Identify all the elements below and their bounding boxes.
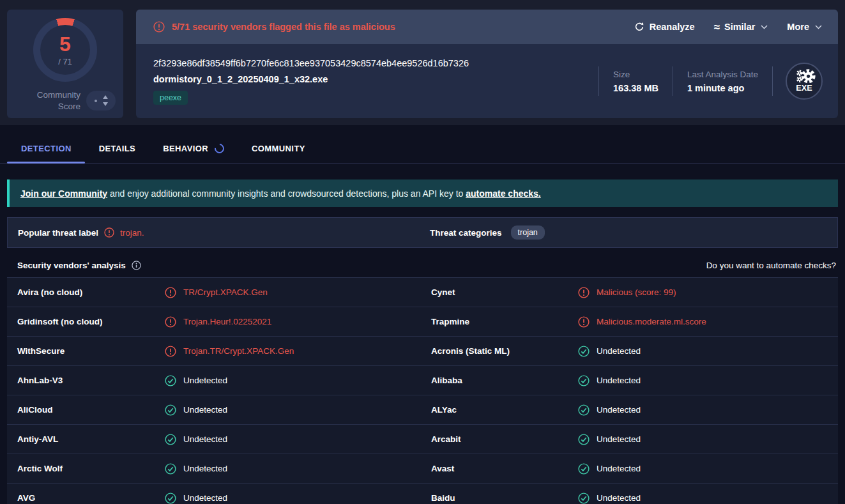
detection-result: Malicious.moderate.ml.score [578, 316, 838, 328]
more-button[interactable]: More [787, 22, 822, 32]
table-row: AVG Undetected Baidu Undetected [7, 484, 838, 504]
table-row: AliCloud Undetected ALYac Undetected [7, 395, 838, 425]
detection-result: Undetected [578, 346, 838, 357]
threat-label-row: Popular threat label trojan. Threat cate… [7, 217, 838, 248]
tab-detection[interactable]: DETECTION [21, 134, 72, 163]
result-text: Malicious (score: 99) [597, 287, 676, 297]
vendor-name: WithSecure [17, 346, 165, 356]
exe-filetype-icon: EXE [786, 63, 823, 100]
score-value: 5 [59, 34, 71, 54]
vote-stepper[interactable] [86, 91, 116, 111]
tag-peexe[interactable]: peexe [153, 91, 188, 105]
check-circle-icon [578, 375, 590, 386]
file-name: dormistory_0_1_2_20250409_1_x32.exe [153, 74, 469, 84]
threat-categories-label: Threat categories [430, 228, 502, 238]
result-text: Trojan.TR/Crypt.XPACK.Gen [183, 346, 294, 356]
alert-circle-icon [165, 346, 176, 357]
check-circle-icon [578, 434, 590, 445]
detection-result: Undetected [165, 463, 431, 475]
automate-checks-question-link[interactable]: Do you want to automate checks? [706, 261, 836, 270]
tab-behavior-label: BEHAVIOR [163, 144, 208, 153]
vendor-name: AliCloud [17, 405, 165, 415]
vendor-name: Avira (no cloud) [17, 287, 165, 297]
detection-result: Trojan.Heur!.02252021 [165, 316, 431, 328]
tab-details[interactable]: DETAILS [99, 134, 135, 163]
detection-result: TR/Crypt.XPACK.Gen [165, 287, 431, 298]
chevron-down-icon [815, 25, 822, 29]
vendor-name: ALYac [431, 405, 578, 415]
vendor-name: AhnLab-V3 [17, 376, 165, 385]
analysis-title: Security vendors' analysis [17, 261, 126, 270]
caret-down-icon[interactable] [103, 102, 108, 106]
result-text: Undetected [183, 434, 227, 444]
table-row: WithSecure Trojan.TR/Crypt.XPACK.Gen Acr… [7, 337, 838, 366]
caret-up-icon[interactable] [103, 95, 108, 99]
vendor-name: Avast [431, 464, 578, 473]
vendor-name: AVG [17, 493, 165, 503]
automate-checks-link[interactable]: automate checks. [466, 188, 541, 199]
table-row: Gridinsoft (no cloud) Trojan.Heur!.02252… [7, 307, 838, 337]
join-community-link[interactable]: Join our Community [20, 188, 107, 199]
result-text: Undetected [597, 405, 641, 415]
threat-category-pill[interactable]: trojan [511, 225, 545, 240]
result-text: Undetected [183, 376, 227, 385]
detection-result: Malicious (score: 99) [578, 287, 838, 298]
file-identity: 2f3293e86df38549ff6b7270fe6c813ee9370534… [153, 58, 469, 105]
result-text: Undetected [597, 346, 641, 356]
table-row: Arctic Wolf Undetected Avast Undetected [7, 454, 838, 484]
result-text: Undetected [597, 376, 641, 385]
reanalyze-button[interactable]: Reanalyze [634, 22, 695, 32]
alert-circle-icon [578, 287, 590, 298]
popular-threat-label: Popular threat label [18, 228, 98, 238]
result-text: Undetected [597, 493, 641, 503]
tabs-bar: DETECTION DETAILS BEHAVIOR COMMUNITY [0, 134, 845, 164]
vendor-name: Cynet [431, 287, 578, 297]
detection-result: Undetected [578, 493, 838, 504]
detection-result: Undetected [578, 375, 838, 386]
header-band: 5 / 71 Community Score 5/71 security ven… [0, 0, 845, 125]
last-analysis-label: Last Analysis Date [687, 70, 758, 79]
info-icon[interactable] [132, 261, 141, 270]
size-label: Size [613, 70, 658, 79]
file-summary-card: 5/71 security vendors flagged this file … [136, 10, 838, 118]
detection-result: Undetected [165, 434, 431, 445]
result-text: Undetected [183, 464, 227, 473]
alert-text: 5/71 security vendors flagged this file … [172, 22, 395, 32]
detection-result: Trojan.TR/Crypt.XPACK.Gen [165, 346, 431, 357]
table-row: Antiy-AVL Undetected Arcabit Undetected [7, 425, 838, 454]
vendor-name: Trapmine [431, 317, 578, 326]
size-value: 163.38 MB [613, 83, 658, 93]
table-row: Avira (no cloud) TR/Crypt.XPACK.Gen Cyne… [7, 278, 838, 307]
detection-result: Undetected [165, 404, 431, 416]
similar-label: Similar [724, 22, 755, 32]
community-score-label: Community Score [15, 89, 80, 112]
approx-icon: ≈ [714, 22, 719, 33]
refresh-icon [634, 22, 644, 32]
similar-button[interactable]: ≈ Similar [714, 22, 768, 33]
size-block: Size 163.38 MB [599, 68, 673, 93]
tab-community[interactable]: COMMUNITY [252, 134, 305, 163]
community-banner: Join our Community and enjoy additional … [7, 179, 838, 207]
tab-community-label: COMMUNITY [252, 144, 305, 153]
detection-alert-strip: 5/71 security vendors flagged this file … [136, 10, 838, 44]
check-circle-icon [578, 463, 590, 475]
more-label: More [787, 22, 809, 32]
detection-result: Undetected [165, 493, 431, 504]
detection-score-ring: 5 / 71 [33, 18, 97, 82]
file-meta: Size 163.38 MB Last Analysis Date 1 minu… [598, 57, 823, 105]
vendor-name: Acronis (Static ML) [431, 346, 578, 356]
chevron-down-icon [761, 25, 768, 29]
last-analysis-block: Last Analysis Date 1 minute ago [673, 68, 772, 93]
svg-text:EXE: EXE [796, 84, 812, 93]
spinner-icon [213, 142, 226, 155]
check-circle-icon [165, 463, 176, 475]
vendor-name: Alibaba [431, 376, 578, 385]
detection-result: Undetected [578, 463, 838, 475]
tab-behavior[interactable]: BEHAVIOR [163, 134, 224, 163]
banner-text: and enjoy additional community insights … [107, 188, 466, 199]
vendor-name: Arcabit [431, 434, 578, 444]
alert-circle-icon [153, 21, 165, 33]
check-circle-icon [165, 375, 176, 386]
last-analysis-value: 1 minute ago [687, 83, 758, 93]
alert-circle-icon [165, 316, 176, 328]
